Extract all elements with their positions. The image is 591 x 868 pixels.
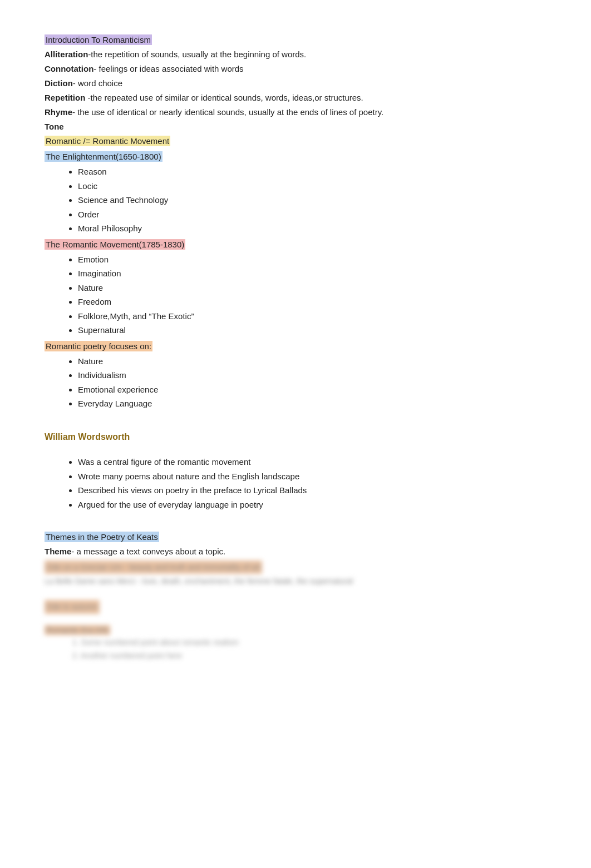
def-alliteration: -the repetition of sounds, usually at th… [88,49,306,59]
blurred-section-title: Romantic Era Info [45,624,546,636]
keats-section: Themes in the Poetry of Keats Theme- a m… [45,530,546,663]
list-item: Imagination [78,266,546,281]
romantic-movement-title: The Romantic Movement(1785-1830) [45,238,546,251]
list-item: Nature [78,354,546,369]
romantic-movement-list: Emotion Imagination Nature Freedom Folkl… [78,252,546,338]
list-item: Everyday Language [78,396,546,411]
list-item: Nature [78,281,546,295]
enlightenment-title-highlight: The Enlightenment(1650-1800) [45,151,162,162]
vocab-diction: Diction- word choice [45,77,546,90]
romantic-poetry-title: Romantic poetry focuses on: [45,340,546,353]
vocab-tone: Tone [45,120,546,133]
list-item: Moral Philosophy [78,221,546,236]
list-item: Science and Technology [78,193,546,207]
wordsworth-section: William Wordsworth [45,430,546,444]
term-rhyme: Rhyme [45,107,72,117]
list-item: Emotional experience [78,383,546,397]
def-repetition: -the repeated use of similar or identica… [85,93,363,102]
term-connotation: Connotation [45,64,93,73]
def-theme: - a message a text conveys about a topic… [71,547,225,556]
enlightenment-list: Reason Locic Science and Technology Orde… [78,165,546,236]
vocab-rhyme: Rhyme- the use of identical or nearly id… [45,106,546,119]
list-item: Freedom [78,295,546,309]
list-item: Emotion [78,252,546,267]
list-item: Was a central figure of the romantic mov… [78,455,546,469]
list-item: Individualism [78,368,546,383]
term-repetition: Repetition [45,93,85,102]
intro-title: Introduction To Romanticism [45,33,546,47]
term-alliteration: Alliteration [45,49,88,59]
vocab-connotation: Connotation- feelings or ideas associate… [45,62,546,76]
list-item: Folklore,Myth, and “The Exotic” [78,309,546,324]
intro-title-highlight: Introduction To Romanticism [45,34,152,45]
vocab-repetition: Repetition -the repeated use of similar … [45,91,546,105]
list-item: Order [78,207,546,222]
term-theme: Theme [45,547,71,556]
keats-title-highlight: Themes in the Poetry of Keats [45,532,159,542]
enlightenment-title: The Enlightenment(1650-1800) [45,150,546,163]
def-connotation: - feelings or ideas associated with word… [93,64,243,73]
vocab-alliteration: Alliteration-the repetition of sounds, u… [45,48,546,61]
def-rhyme: - the use of identical or nearly identic… [72,107,383,117]
blurred-numbered-list: 1. Some numbered point about romantic re… [72,636,546,663]
blurred-content-1: Ode on a Grecian Urn - beauty and truth … [45,561,546,614]
term-tone: Tone [45,122,64,131]
theme-definition: Theme- a message a text conveys about a … [45,545,546,558]
romantic-poetry-list: Nature Individualism Emotional experienc… [78,354,546,411]
def-diction: - word choice [73,78,122,88]
wordsworth-name: William Wordsworth [45,430,546,444]
romantic-eq-highlight: Romantic /= Romantic Movement [45,136,170,146]
list-item: Argued for the use of everyday language … [78,498,546,512]
list-item: Described his views on poetry in the pre… [78,483,546,498]
keats-title: Themes in the Poetry of Keats [45,530,546,544]
romantic-movement-highlight: The Romantic Movement(1785-1830) [45,239,185,250]
vocab-romantic: Romantic /= Romantic Movement [45,135,546,148]
list-item: Supernatural [78,323,546,338]
list-item: Wrote many poems about nature and the En… [78,469,546,484]
list-item: Locic [78,179,546,194]
romantic-poetry-highlight: Romantic poetry focuses on: [45,341,152,351]
wordsworth-list: Was a central figure of the romantic mov… [78,455,546,512]
term-diction: Diction [45,78,73,88]
list-item: Reason [78,165,546,179]
